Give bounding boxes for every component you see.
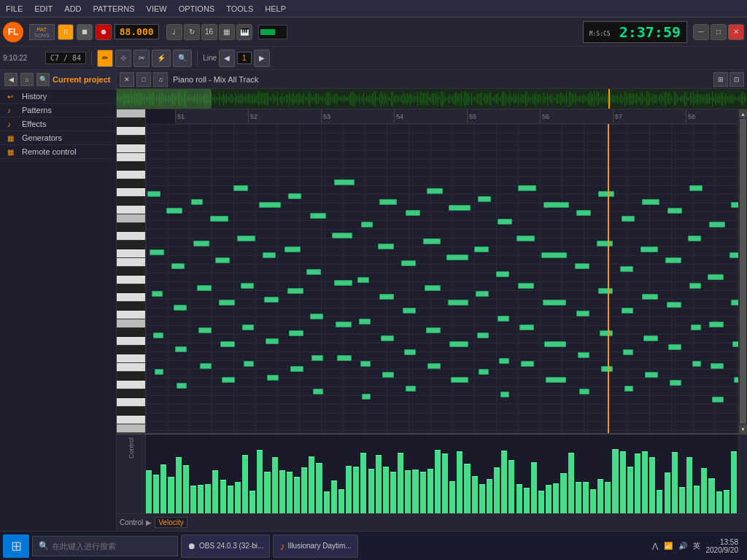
piano-key-2[interactable] (117, 127, 145, 136)
note-35[interactable] (332, 233, 352, 238)
tray-expand-btn[interactable]: ⋀ (652, 542, 658, 550)
note-76[interactable] (543, 300, 566, 306)
note-25[interactable] (731, 202, 738, 208)
tempo-display[interactable]: 88.000 (115, 24, 159, 39)
velocity-bar-8[interactable] (205, 484, 211, 513)
velocity-bar-26[interactable] (338, 489, 344, 513)
snap-prev-btn[interactable]: ◀ (219, 50, 235, 67)
lang-indicator[interactable]: 英 (693, 541, 700, 551)
velocity-bar-79[interactable] (731, 451, 737, 513)
menu-item-patterns[interactable]: PATTERNS (90, 3, 138, 15)
piano-key-5[interactable] (117, 153, 145, 162)
velocity-bar-48[interactable] (501, 451, 507, 513)
taskbar-app-fl[interactable]: ♪ Illusionary Daytim... (273, 534, 357, 558)
velocity-bar-43[interactable] (464, 464, 470, 513)
velocity-bar-73[interactable] (686, 457, 692, 513)
stop-button[interactable]: ⏹ (77, 24, 93, 40)
note-80[interactable] (642, 294, 658, 300)
note-65[interactable] (287, 288, 303, 294)
piano-roll-btn[interactable]: 🎹 (236, 24, 252, 40)
sidebar-item-remote-control[interactable]: ▦ Remote control (0, 145, 116, 159)
piano-key-6[interactable] (117, 162, 145, 171)
note-9[interactable] (361, 222, 373, 228)
piano-key-21[interactable] (117, 293, 145, 302)
note-40[interactable] (446, 254, 468, 260)
note-42[interactable] (496, 271, 509, 277)
note-31[interactable] (237, 236, 255, 241)
velocity-bar-57[interactable] (568, 453, 574, 513)
note-126[interactable] (222, 377, 235, 383)
note-124[interactable] (177, 383, 187, 389)
note-37[interactable] (378, 244, 394, 249)
note-114[interactable] (691, 324, 701, 330)
note-52[interactable] (729, 252, 738, 258)
note-36[interactable] (357, 277, 369, 283)
velocity-bar-41[interactable] (449, 481, 455, 513)
note-62[interactable] (219, 300, 235, 306)
velocity-bar-2[interactable] (160, 464, 166, 513)
velocity-bar-74[interactable] (694, 486, 700, 513)
note-60[interactable] (174, 305, 187, 311)
velocity-bar-75[interactable] (701, 468, 707, 513)
record-button[interactable]: ⏺ (96, 24, 112, 40)
velocity-bar-36[interactable] (412, 470, 418, 513)
velocity-bar-56[interactable] (560, 473, 566, 513)
piano-key-12[interactable] (117, 214, 145, 223)
note-137[interactable] (479, 369, 489, 375)
note-115[interactable] (711, 363, 724, 369)
velocity-bar-70[interactable] (665, 472, 670, 513)
note-66[interactable] (310, 314, 323, 319)
note-101[interactable] (381, 335, 394, 341)
velocity-bar-69[interactable] (657, 490, 662, 513)
velocity-bar-16[interactable] (264, 472, 270, 513)
note-81[interactable] (667, 302, 681, 308)
note-83[interactable] (709, 322, 724, 327)
note-107[interactable] (519, 324, 534, 330)
note-72[interactable] (448, 300, 468, 306)
menu-item-help[interactable]: HELP (262, 3, 289, 15)
note-29[interactable] (193, 241, 209, 246)
note-95[interactable] (242, 324, 254, 330)
menu-item-add[interactable]: ADD (61, 3, 84, 15)
note-129[interactable] (290, 366, 303, 372)
velocity-bar-72[interactable] (679, 487, 685, 513)
sidebar-search-btn[interactable]: 🔍 (36, 73, 50, 86)
note-73[interactable] (476, 291, 489, 297)
note-16[interactable] (518, 185, 536, 191)
metronome-btn[interactable]: ♩ (166, 24, 182, 40)
velocity-bar-55[interactable] (553, 483, 559, 513)
mixer-btn[interactable]: ▦ (219, 24, 235, 40)
note-45[interactable] (575, 263, 589, 269)
velocity-bar-63[interactable] (612, 449, 618, 513)
note-93[interactable] (198, 327, 212, 333)
pr-float-btn[interactable]: □ (136, 72, 151, 87)
velocity-bar-49[interactable] (508, 460, 514, 513)
piano-key-34[interactable] (117, 407, 145, 416)
note-0[interactable] (147, 191, 160, 197)
piano-key-28[interactable] (117, 354, 145, 363)
note-64[interactable] (264, 297, 279, 303)
note-96[interactable] (266, 338, 279, 344)
note-108[interactable] (544, 341, 566, 347)
note-94[interactable] (220, 341, 235, 347)
note-22[interactable] (667, 208, 682, 214)
piano-key-35[interactable] (117, 416, 145, 424)
piano-key-33[interactable] (117, 398, 145, 407)
piano-key-22[interactable] (117, 302, 145, 311)
velocity-bar-45[interactable] (479, 484, 485, 513)
note-61[interactable] (197, 285, 212, 291)
note-136[interactable] (451, 377, 468, 383)
menu-item-edit[interactable]: EDIT (31, 3, 55, 15)
velocity-bar-9[interactable] (212, 470, 218, 513)
velocity-bar-59[interactable] (583, 482, 589, 513)
velocity-bar-7[interactable] (198, 485, 204, 513)
close-btn[interactable]: ✕ (728, 24, 744, 40)
note-8[interactable] (334, 179, 355, 185)
note-3[interactable] (210, 216, 228, 222)
velocity-bar-67[interactable] (642, 451, 648, 513)
note-grid[interactable] (146, 124, 738, 433)
draw-tool-btn[interactable]: ✏ (97, 50, 113, 67)
note-92[interactable] (175, 346, 187, 352)
velocity-bar-27[interactable] (346, 466, 352, 513)
note-111[interactable] (623, 349, 633, 355)
